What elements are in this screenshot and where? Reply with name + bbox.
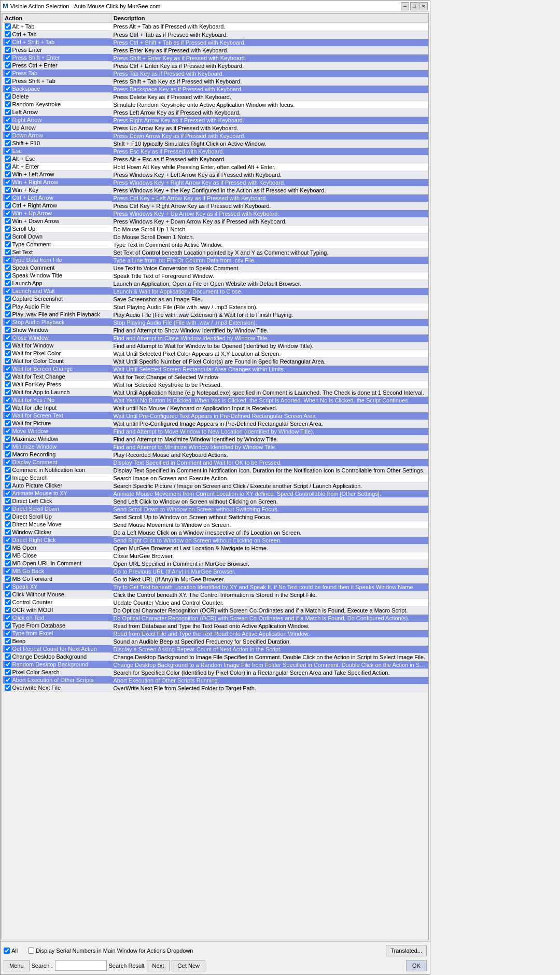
table-row[interactable]: Overwrite Next FileOverWrite Next File f… [3, 684, 428, 692]
row-checkbox[interactable] [5, 156, 11, 162]
table-row[interactable]: Win + Down ArrowPress Windows Key + Down… [3, 217, 428, 225]
row-checkbox[interactable] [5, 358, 11, 364]
row-checkbox[interactable] [5, 303, 11, 310]
row-checkbox[interactable] [5, 560, 11, 566]
row-checkbox[interactable] [5, 257, 11, 263]
table-row[interactable]: Press Shift + EnterPress Shift + Enter K… [3, 54, 428, 62]
table-row[interactable]: Press Shift + TabPress Shift + Tab Key a… [3, 77, 428, 85]
check-serial-checkbox[interactable] [28, 948, 34, 954]
row-checkbox[interactable] [5, 288, 11, 294]
table-row[interactable]: Move WindowFind and Attempt to Move Wind… [3, 427, 428, 435]
row-checkbox[interactable] [5, 163, 11, 170]
table-row[interactable]: Maximize WindowFind and Attempt to Maxim… [3, 435, 428, 443]
row-checkbox[interactable] [5, 366, 11, 372]
table-row[interactable]: Play Audio FileStart Playing Audio File … [3, 303, 428, 311]
row-checkbox[interactable] [5, 498, 11, 504]
table-row[interactable]: Down ArrowPress Down Arrow Key as if Pre… [3, 132, 428, 140]
table-row[interactable]: Type CommentType Text in Comment onto Ac… [3, 241, 428, 248]
row-checkbox[interactable] [5, 615, 11, 621]
table-row[interactable]: Image SearchSearch Image on Screen and E… [3, 474, 428, 482]
row-checkbox[interactable] [5, 272, 11, 278]
row-checkbox[interactable] [5, 405, 11, 411]
table-row[interactable]: Comment in Notification IconDisplay Text… [3, 466, 428, 474]
row-checkbox[interactable] [5, 226, 11, 232]
table-row[interactable]: Left ArrowPress Left Arrow Key as if Pre… [3, 108, 428, 116]
row-checkbox[interactable] [5, 54, 11, 61]
row-checkbox[interactable] [5, 646, 11, 652]
table-row[interactable]: Wait for Idle InputWait untill No Mouse … [3, 404, 428, 412]
table-row[interactable]: Up ArrowPress Up Arrow Key as if Pressed… [3, 124, 428, 132]
table-row[interactable]: Wait for App to LaunchWait Until Applica… [3, 388, 428, 396]
next-button[interactable]: Next [147, 960, 170, 971]
row-checkbox[interactable] [5, 241, 11, 247]
close-button[interactable]: ✕ [419, 2, 428, 10]
table-row[interactable]: Get Repeat Count for Next ActionDisplay … [3, 645, 428, 653]
row-checkbox[interactable] [5, 653, 11, 660]
row-checkbox[interactable] [5, 490, 11, 496]
row-checkbox[interactable] [5, 194, 11, 201]
minimize-button[interactable]: ─ [401, 2, 409, 10]
table-row[interactable]: Pixel Color SearchSearch for Specified C… [3, 668, 428, 676]
table-row[interactable]: Win + Left ArrowPress Windows Key + Left… [3, 171, 428, 178]
row-checkbox[interactable] [5, 685, 11, 691]
row-checkbox[interactable] [5, 397, 11, 403]
row-checkbox[interactable] [5, 420, 11, 426]
table-row[interactable]: Wait For Key PressWait for Selected Keys… [3, 381, 428, 388]
table-row[interactable]: Set TextSet Text of Control beneath Loca… [3, 248, 428, 256]
table-row[interactable]: Type Data from FileType a Line from .txt… [3, 256, 428, 264]
row-checkbox[interactable] [5, 335, 11, 341]
row-checkbox[interactable] [5, 31, 11, 37]
table-row[interactable]: Stop Audio PlaybackStop Playing Audio Fi… [3, 318, 428, 326]
table-row[interactable]: Abort Execution of Other ScriptsAbort Ex… [3, 676, 428, 684]
row-checkbox[interactable] [5, 599, 11, 605]
row-checkbox[interactable] [5, 148, 11, 154]
table-row[interactable]: Launch AppLaunch an Application, Open a … [3, 280, 428, 287]
table-row[interactable]: Alt + EscPress Alt + Esc as if Pressed w… [3, 155, 428, 163]
table-row[interactable]: Press Ctrl + EnterPress Ctrl + Enter Key… [3, 62, 428, 69]
row-checkbox[interactable] [5, 475, 11, 481]
table-row[interactable]: Ctrl + Left ArrowPress Ctrl Key + Left A… [3, 194, 428, 202]
table-row[interactable]: Ctrl + Right ArrowPress Ctrl Key + Right… [3, 202, 428, 210]
row-checkbox[interactable] [5, 412, 11, 419]
table-row[interactable]: Click Without MouseClick the Control ben… [3, 591, 428, 598]
table-row[interactable]: Speak CommentUse Text to Voice Conversio… [3, 264, 428, 272]
row-checkbox[interactable] [5, 311, 11, 317]
table-row[interactable]: Shift + F10Shift + F10 typically Simulat… [3, 140, 428, 147]
row-checkbox[interactable] [5, 350, 11, 356]
table-row[interactable]: Win + Right ArrowPress Windows Key + Rig… [3, 178, 428, 186]
row-checkbox[interactable] [5, 537, 11, 543]
table-row[interactable]: Ctrl + Shift + TabPress Ctrl + Shift + T… [3, 38, 428, 46]
row-checkbox[interactable] [5, 482, 11, 489]
get-new-button[interactable]: Get New [172, 960, 205, 971]
row-checkbox[interactable] [5, 179, 11, 185]
table-row[interactable]: Display CommentDisplay Text Specified in… [3, 458, 428, 466]
table-row[interactable]: MB Open URL in CommentOpen URL Specified… [3, 560, 428, 567]
row-checkbox[interactable] [5, 513, 11, 520]
row-checkbox[interactable] [5, 233, 11, 240]
table-row[interactable]: Wait for Screen TextWait Until Pre-Confi… [3, 412, 428, 420]
table-row[interactable]: Launch and WaitLaunch & Wait for Applica… [3, 287, 428, 295]
table-row[interactable]: Scroll DownDo Mouse Scroll Down 1 Notch. [3, 233, 428, 241]
table-row[interactable]: Type from ExcelRead from Excel File and … [3, 630, 428, 637]
table-row[interactable]: Type From DatabaseRead from Database and… [3, 622, 428, 630]
translated-button[interactable]: Translated... [386, 945, 427, 956]
restore-button[interactable]: □ [410, 2, 418, 10]
row-checkbox[interactable] [5, 327, 11, 333]
row-checkbox[interactable] [5, 506, 11, 512]
row-checkbox[interactable] [5, 109, 11, 115]
row-checkbox[interactable] [5, 568, 11, 574]
row-checkbox[interactable] [5, 210, 11, 216]
row-checkbox[interactable] [5, 117, 11, 123]
row-checkbox[interactable] [5, 545, 11, 551]
row-checkbox[interactable] [5, 202, 11, 208]
table-row[interactable]: Direct Right ClickSend Right Click to Wi… [3, 536, 428, 544]
table-row[interactable]: BeepSound an Audible Beep at Specified F… [3, 637, 428, 645]
row-checkbox[interactable] [5, 319, 11, 325]
table-row[interactable]: OCR with MODIDo Optical Character Recogn… [3, 606, 428, 614]
row-checkbox[interactable] [5, 171, 11, 177]
row-checkbox[interactable] [5, 677, 11, 683]
row-checkbox[interactable] [5, 576, 11, 582]
table-row[interactable]: Right ArrowPress Right Arrow Key as if P… [3, 116, 428, 124]
table-row[interactable]: Capture ScreenshotSave Screenshot as an … [3, 295, 428, 303]
row-checkbox[interactable] [5, 630, 11, 636]
